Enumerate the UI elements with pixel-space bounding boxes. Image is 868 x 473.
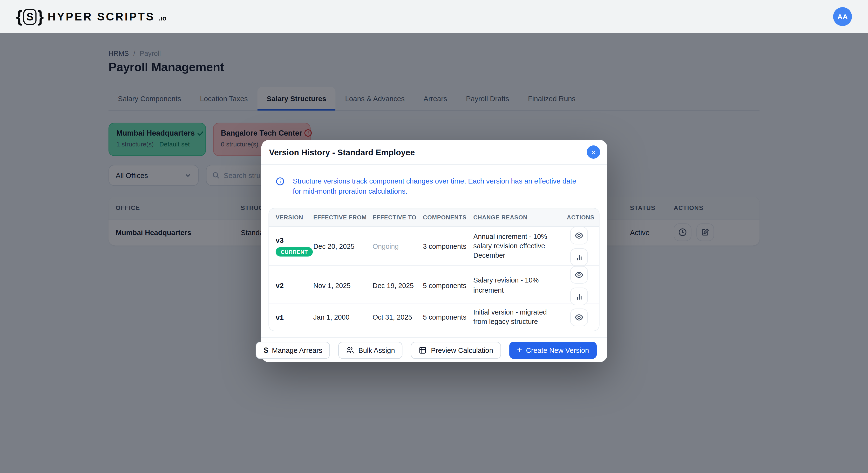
bar-chart-icon xyxy=(575,292,583,300)
effective-from: Jan 1, 2000 xyxy=(313,313,373,321)
version-history-modal: Version History - Standard Employee × St… xyxy=(261,140,607,362)
version-label: v1 xyxy=(276,313,283,322)
effective-to: Ongoing xyxy=(373,242,423,250)
change-reason: Salary revision - 10% increment xyxy=(473,276,560,295)
preview-calculation-label: Preview Calculation xyxy=(431,346,493,354)
create-new-version-button[interactable]: + Create New Version xyxy=(509,341,597,359)
brand-name: HYPER SCRIPTS xyxy=(48,10,155,23)
user-avatar[interactable]: AA xyxy=(833,7,852,26)
components-count: 5 components xyxy=(423,313,473,321)
version-table-header: VERSION EFFECTIVE FROM EFFECTIVE TO COMP… xyxy=(269,209,599,227)
col-effective-to: EFFECTIVE TO xyxy=(373,214,423,221)
version-table: VERSION EFFECTIVE FROM EFFECTIVE TO COMP… xyxy=(269,208,600,331)
brand-logo-mark-icon: { S } xyxy=(16,8,44,25)
info-icon xyxy=(276,176,284,196)
version-row-v1: v1 Jan 1, 2000 Oct 31, 2025 5 components… xyxy=(269,304,599,331)
col-effective-from: EFFECTIVE FROM xyxy=(313,214,373,221)
manage-arrears-button[interactable]: $ Manage Arrears xyxy=(256,341,330,359)
current-badge: CURRENT xyxy=(276,247,313,257)
col-actions: ACTIONS xyxy=(560,214,599,221)
version-label: v3 xyxy=(276,236,283,244)
view-version-button[interactable] xyxy=(570,227,588,244)
plus-icon: + xyxy=(517,346,522,354)
close-button[interactable]: × xyxy=(587,145,600,159)
bar-chart-icon xyxy=(575,253,583,261)
eye-icon xyxy=(575,231,584,240)
components-count: 3 components xyxy=(423,242,473,250)
modal-header: Version History - Standard Employee × xyxy=(261,140,607,165)
brand-tld: .io xyxy=(159,14,166,22)
view-version-button[interactable] xyxy=(570,266,588,283)
payroll-app: { S } HYPER SCRIPTS .io AA HRMS / Payrol… xyxy=(0,0,868,473)
create-new-version-label: Create New Version xyxy=(526,346,589,354)
dollar-icon: $ xyxy=(264,346,268,354)
col-version: VERSION xyxy=(269,214,313,221)
compare-version-button[interactable] xyxy=(570,288,588,305)
logo-brace-close: } xyxy=(37,8,44,25)
view-version-button[interactable] xyxy=(570,308,588,326)
effective-from: Dec 20, 2025 xyxy=(313,242,373,250)
table-grid-icon xyxy=(419,346,427,354)
info-banner: Structure versions track component chang… xyxy=(261,165,607,196)
compare-version-button[interactable] xyxy=(570,248,588,266)
change-reason: Initial version - migrated from legacy s… xyxy=(473,308,560,327)
modal-footer: $ Manage Arrears Bulk Assign Preview Cal… xyxy=(261,337,607,362)
effective-to: Oct 31, 2025 xyxy=(373,313,423,321)
version-row-v3: v3 CURRENT Dec 20, 2025 Ongoing 3 compon… xyxy=(269,227,599,266)
eye-icon xyxy=(575,313,584,322)
bulk-assign-label: Bulk Assign xyxy=(358,346,395,354)
top-bar: { S } HYPER SCRIPTS .io AA xyxy=(0,0,868,33)
brand-logo: { S } HYPER SCRIPTS .io xyxy=(16,8,166,25)
logo-letter: S xyxy=(23,9,37,25)
version-row-v2: v2 Nov 1, 2025 Dec 19, 2025 5 components… xyxy=(269,266,599,304)
logo-brace-open: { xyxy=(16,8,23,25)
preview-calculation-button[interactable]: Preview Calculation xyxy=(411,341,501,359)
eye-icon xyxy=(575,270,584,279)
manage-arrears-label: Manage Arrears xyxy=(272,346,322,354)
modal-title: Version History - Standard Employee xyxy=(269,147,415,157)
col-change-reason: CHANGE REASON xyxy=(473,214,560,221)
bulk-assign-button[interactable]: Bulk Assign xyxy=(338,341,403,359)
version-label: v2 xyxy=(276,281,283,290)
info-text: Structure versions track component chang… xyxy=(293,176,578,196)
users-icon xyxy=(346,346,354,354)
effective-from: Nov 1, 2025 xyxy=(313,282,373,290)
col-components: COMPONENTS xyxy=(423,214,473,221)
effective-to: Dec 19, 2025 xyxy=(373,282,423,290)
change-reason: Annual increment - 10% salary revision e… xyxy=(473,232,560,261)
components-count: 5 components xyxy=(423,282,473,290)
close-icon: × xyxy=(591,148,595,156)
